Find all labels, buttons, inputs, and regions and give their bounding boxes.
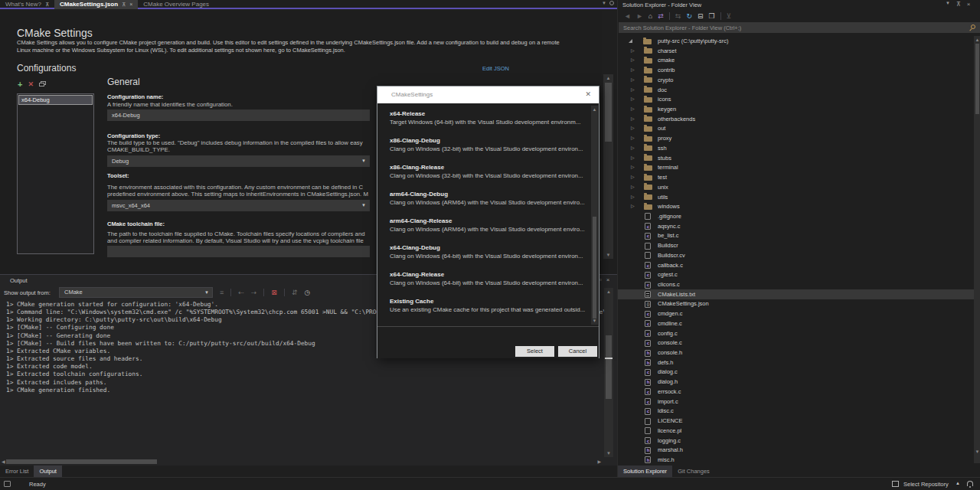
add-configuration-icon[interactable]: + (18, 80, 22, 88)
tree-item[interactable]: ▷unix (618, 182, 980, 192)
close-icon[interactable]: × (606, 276, 610, 283)
select-button[interactable]: Select (515, 346, 554, 357)
expander-collapsed-icon[interactable]: ▷ (631, 55, 635, 65)
tree-item[interactable]: ccgtest.c (618, 270, 980, 279)
tab-cmake-overview[interactable]: CMake Overview Pages (138, 0, 214, 9)
tab-whats-new[interactable]: What's New? ⊼ (0, 0, 54, 9)
dialog-config-item[interactable]: x64-Release Target Windows (64-bit) with… (390, 110, 581, 126)
configurations-listbox[interactable]: x64-Debug (17, 93, 94, 254)
dialog-config-item[interactable]: x64-Clang-Release Clang on Windows (64-b… (390, 271, 581, 286)
expander-collapsed-icon[interactable]: ▷ (631, 143, 635, 153)
tab-git-changes[interactable]: Git Changes (672, 466, 715, 477)
tree-item[interactable]: hconsole.h (618, 348, 980, 358)
clear-all-icon[interactable]: ⊠ (271, 289, 277, 296)
tree-item[interactable]: ▷contrib (618, 65, 980, 75)
prev-message-icon[interactable]: ⇠ (238, 289, 244, 296)
next-message-icon[interactable]: ⇢ (251, 289, 257, 296)
word-wrap-icon[interactable]: ⇵ (292, 289, 298, 296)
expander-collapsed-icon[interactable]: ▷ (631, 201, 635, 211)
tree-item[interactable]: ▷out (618, 123, 980, 133)
expander-expanded-icon[interactable] (629, 39, 632, 43)
tree-item[interactable]: ▷terminal (618, 162, 980, 172)
tree-item[interactable]: hmisc.h (618, 455, 980, 465)
scrollbar-thumb[interactable] (6, 459, 157, 464)
tree-item[interactable]: ▷proxy (618, 133, 980, 143)
tree-item[interactable]: cerrsock.c (618, 387, 980, 397)
tree-item[interactable]: cconfig.c (618, 328, 980, 338)
close-icon[interactable]: ✕ (585, 90, 591, 98)
tree-item[interactable]: ▷crypto (618, 75, 980, 85)
tab-list-chevron-icon[interactable]: ▼ (602, 1, 606, 5)
expander-collapsed-icon[interactable]: ▷ (631, 182, 635, 192)
tab-error-list[interactable]: Error List (0, 466, 34, 477)
tree-item[interactable]: hdialog.h (618, 377, 980, 387)
scroll-arrow-icon[interactable]: ▶ (597, 459, 601, 464)
tree-item[interactable]: caqsync.c (618, 221, 980, 231)
expander-collapsed-icon[interactable]: ▷ (631, 123, 635, 133)
timestamp-icon[interactable]: ◷ (304, 289, 310, 296)
expander-collapsed-icon[interactable]: ▷ (631, 94, 635, 104)
clone-configuration-icon[interactable] (39, 81, 46, 87)
dialog-config-item[interactable]: Existing Cache Use an existing CMake cac… (390, 298, 581, 313)
configuration-item-x64-debug[interactable]: x64-Debug (18, 95, 93, 105)
notifications-bell-icon[interactable] (967, 481, 973, 486)
scrollbar-thumb[interactable] (593, 217, 596, 318)
background-tasks-icon[interactable] (4, 481, 11, 487)
expander-collapsed-icon[interactable]: ▷ (631, 192, 635, 202)
tree-item[interactable]: .gitignore (618, 211, 980, 221)
tree-item[interactable]: ▷doc (618, 85, 980, 95)
pin-icon[interactable]: ⊼ (45, 0, 49, 9)
window-position-icon[interactable]: ▫ (599, 276, 602, 283)
expander-collapsed-icon[interactable]: ▷ (631, 162, 635, 172)
tree-item[interactable]: ▷utils (618, 192, 980, 202)
expander-collapsed-icon[interactable]: ▷ (631, 85, 635, 95)
pin-icon[interactable]: ⊼ (122, 0, 126, 9)
field-select[interactable]: msvc_x64_x64▼ (107, 200, 370, 211)
tab-solution-explorer[interactable]: Solution Explorer (618, 466, 672, 477)
dialog-config-item[interactable]: x64-Clang-Debug Clang on Windows (64-bit… (390, 244, 581, 260)
tree-item[interactable]: Buildscr.cv (618, 250, 980, 260)
tree-item[interactable]: cimport.c (618, 397, 980, 407)
tree-item[interactable]: ▷ssh (618, 143, 980, 153)
expander-collapsed-icon[interactable]: ▷ (631, 104, 635, 114)
remove-configuration-icon[interactable]: ✕ (28, 80, 34, 88)
tree-item[interactable]: {}CMakeSettings.json (618, 299, 980, 309)
tab-output[interactable]: Output (34, 466, 62, 477)
scroll-arrow-icon[interactable]: ▼ (591, 317, 598, 325)
editor-scrollbar[interactable]: ▲ ▼ (603, 74, 613, 259)
scroll-arrow-icon[interactable]: ▲ (604, 288, 613, 296)
tree-item[interactable]: ▷test (618, 172, 980, 182)
tree-item[interactable]: ccmdline.c (618, 318, 980, 328)
expander-collapsed-icon[interactable]: ▷ (631, 172, 635, 182)
select-repository[interactable]: Select Repository (903, 481, 949, 488)
dialog-config-item[interactable]: x86-Clang-Debug Clang on Windows (32-bit… (390, 137, 581, 152)
scrollbar-thumb[interactable] (975, 44, 979, 114)
expander-collapsed-icon[interactable]: ▷ (631, 114, 635, 124)
output-source-combobox[interactable]: CMake ▼ (59, 287, 213, 298)
scroll-arrow-icon[interactable]: ▼ (603, 251, 613, 259)
scroll-arrow-icon[interactable]: ▲ (591, 106, 598, 113)
tree-item[interactable]: cdialog.c (618, 367, 980, 377)
cancel-button[interactable]: Cancel (558, 346, 597, 357)
field-input[interactable]: x64-Debug (107, 109, 370, 121)
expander-collapsed-icon[interactable]: ▷ (631, 65, 635, 75)
scrollbar-thumb[interactable] (605, 83, 612, 142)
scroll-arrow-icon[interactable]: ▼ (604, 449, 613, 457)
tree-item[interactable]: ▷stubs (618, 153, 980, 163)
expander-collapsed-icon[interactable]: ▷ (631, 75, 635, 85)
dialog-config-item[interactable]: arm64-Clang-Release Clang on Windows (AR… (390, 217, 581, 233)
scroll-arrow-icon[interactable]: ▲ (974, 36, 980, 44)
tree-item[interactable]: hmarshal.h (618, 445, 980, 455)
tree-item[interactable]: ccmdgen.c (618, 309, 980, 318)
field-select[interactable]: Debug▼ (107, 155, 370, 167)
tab-cmakesettings-json[interactable]: CMakeSettings.json ⊼ × (54, 0, 138, 9)
tree-item[interactable]: ▷keygen (618, 104, 980, 114)
tree-item[interactable]: hdefs.h (618, 358, 980, 368)
tree-item[interactable]: CMakeLists.txt (618, 289, 980, 299)
output-scrollbar-vertical[interactable]: ▲ ▼ (604, 288, 613, 457)
tree-item[interactable]: cbe_list.c (618, 230, 980, 240)
tree-item[interactable]: ▷icons (618, 94, 980, 104)
tree-item[interactable]: ▷charset (618, 46, 980, 56)
dialog-scrollbar[interactable]: ▲ ▼ (591, 106, 598, 325)
tree-item[interactable]: clogging.c (618, 436, 980, 446)
